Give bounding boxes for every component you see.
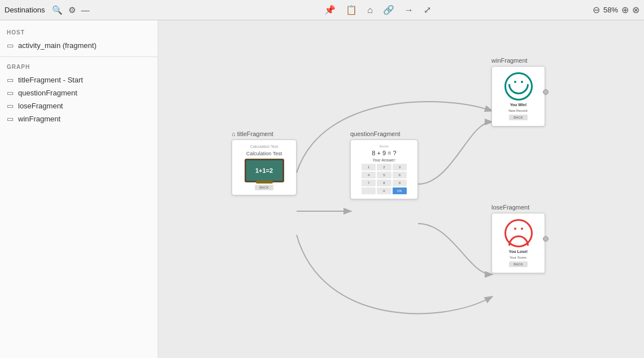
sidebar-item-questionfragment[interactable]: ▭ questionFragment xyxy=(0,86,158,99)
question-fragment-node[interactable]: Score: 8 + 9 = ? Your Answer: 1 2 3 4 5 … xyxy=(350,139,418,199)
tf-title-label: Calculation Test xyxy=(250,145,278,149)
sidebar: HOST ▭ activity_main (fragment) GRAPH ▭ … xyxy=(0,20,158,358)
qf-equation: 8 + 9 = ? xyxy=(372,150,396,156)
lf-inner: You Lose! Your Score: BACK xyxy=(492,213,545,273)
settings-icon[interactable]: ⚙ xyxy=(68,5,76,15)
zoom-reset-button[interactable]: ⊗ xyxy=(632,5,639,15)
wf-inner: You Win! New Record: BACK xyxy=(492,67,545,126)
title-bar-right: ⊖ 58% ⊕ ⊗ xyxy=(593,5,639,15)
win-fragment-dot xyxy=(543,89,545,95)
lf-your-score-text: Your Score: xyxy=(510,256,527,259)
search-icon[interactable]: 🔍 xyxy=(52,5,63,15)
qf-key-empty xyxy=(362,187,376,194)
sidebar-divider xyxy=(0,56,158,57)
qf-key-3[interactable]: 3 xyxy=(393,164,407,171)
left-eye xyxy=(514,228,516,230)
lose-fragment-wrapper: loseFragment You Lose! Your Score: BACK xyxy=(491,204,545,273)
lose-fragment-dot xyxy=(543,236,545,242)
tf-inner: Calculation Test Calculation Test 1+1=2 … xyxy=(232,140,296,195)
fragment-icon: ▭ xyxy=(7,115,14,123)
sad-eyes xyxy=(506,228,531,230)
right-eye xyxy=(521,81,523,83)
title-bar-left: Destinations 🔍 ⚙ — xyxy=(5,5,163,15)
title-bar-icons: 🔍 ⚙ — xyxy=(52,5,90,15)
qf-inner: Score: 8 + 9 = ? Your Answer: 1 2 3 4 5 … xyxy=(351,140,417,199)
minimize-icon[interactable]: — xyxy=(81,5,90,15)
wf-back-button[interactable]: BACK xyxy=(509,115,527,120)
question-fragment-label: questionFragment xyxy=(350,130,418,137)
zoom-out-button[interactable]: ⊖ xyxy=(593,5,600,15)
sidebar-item-activity-main[interactable]: ▭ activity_main (fragment) xyxy=(0,39,158,52)
sidebar-item-label: loseFragment xyxy=(18,102,63,110)
zoom-control: ⊖ 58% ⊕ ⊗ xyxy=(593,5,639,15)
sidebar-item-label: winFragment xyxy=(18,115,60,123)
sidebar-item-label: questionFragment xyxy=(18,89,77,97)
sidebar-item-label: titleFragment - Start xyxy=(18,76,83,84)
win-fragment-node[interactable]: You Win! New Record: BACK xyxy=(491,66,545,126)
sidebar-item-losefragment[interactable]: ▭ loseFragment xyxy=(0,99,158,112)
qf-key-ok[interactable]: OK xyxy=(393,187,407,194)
left-eye xyxy=(514,81,516,83)
host-section-label: HOST xyxy=(0,27,158,39)
qf-key-6[interactable]: 6 xyxy=(393,172,407,178)
expand-icon[interactable]: ⤢ xyxy=(424,5,431,15)
qf-your-answer-label: Your Answer: xyxy=(373,158,396,162)
happy-smiley-icon xyxy=(504,72,533,101)
fragment-icon: ▭ xyxy=(7,89,14,97)
title-fragment-label: ⌂ titleFragment xyxy=(232,130,297,137)
win-fragment-wrapper: winFragment You Win! New Record: BACK xyxy=(491,57,545,126)
copy-icon[interactable]: 📋 xyxy=(346,5,357,15)
tf-chalkboard: 1+1=2 xyxy=(245,159,284,182)
qf-key-2[interactable]: 2 xyxy=(377,164,391,171)
forward-icon[interactable]: → xyxy=(404,5,414,15)
tf-back-button[interactable]: BACK xyxy=(255,185,273,190)
sidebar-item-text: activity_main (fragment) xyxy=(18,41,97,50)
question-fragment-wrapper: questionFragment Score: 8 + 9 = ? Your A… xyxy=(350,130,418,199)
sad-smiley-icon xyxy=(504,219,533,247)
lf-you-lose-text: You Lose! xyxy=(509,250,528,254)
fragment-icon: ▭ xyxy=(7,76,14,84)
sidebar-item-titlefragment[interactable]: ▭ titleFragment - Start xyxy=(0,73,158,86)
home-icon-small: ⌂ xyxy=(232,130,236,137)
happy-eyes xyxy=(506,81,531,83)
pin-icon[interactable]: 📌 xyxy=(324,5,336,15)
qf-key-5[interactable]: 5 xyxy=(377,172,391,178)
title-bar: Destinations 🔍 ⚙ — 📌 📋 ⌂ 🔗 → ⤢ ⊖ 58% ⊕ ⊗ xyxy=(0,0,644,20)
qf-keypad: 1 2 3 4 5 6 7 8 9 0 OK xyxy=(362,164,407,194)
fragment-icon: ▭ xyxy=(7,41,14,50)
zoom-in-button[interactable]: ⊕ xyxy=(621,5,629,15)
qf-key-0[interactable]: 0 xyxy=(377,187,391,194)
home-icon[interactable]: ⌂ xyxy=(367,5,373,15)
qf-key-8[interactable]: 8 xyxy=(377,180,391,186)
qf-key-4[interactable]: 4 xyxy=(362,172,376,178)
zoom-level: 58% xyxy=(603,6,618,14)
graph-canvas[interactable]: ⌂ titleFragment Calculation Test Calcula… xyxy=(158,20,644,358)
app-title: Destinations xyxy=(5,6,45,14)
lose-fragment-label: loseFragment xyxy=(491,204,545,211)
lf-back-button[interactable]: BACK xyxy=(509,261,527,267)
wf-new-record-text: New Record: xyxy=(508,109,528,112)
title-fragment-node[interactable]: Calculation Test Calculation Test 1+1=2 … xyxy=(232,139,297,195)
qf-score-label: Score: xyxy=(379,145,389,148)
lose-fragment-node[interactable]: You Lose! Your Score: BACK xyxy=(491,213,545,273)
graph-section-label: GRAPH xyxy=(0,62,158,73)
right-eye xyxy=(521,228,523,230)
tf-calc-text: Calculation Test xyxy=(246,151,282,156)
qf-key-1[interactable]: 1 xyxy=(362,164,376,171)
wf-you-win-text: You Win! xyxy=(510,103,527,107)
qf-key-9[interactable]: 9 xyxy=(393,180,407,186)
title-bar-center: 📌 📋 ⌂ 🔗 → ⤢ xyxy=(163,5,593,15)
sidebar-item-winfragment[interactable]: ▭ winFragment xyxy=(0,112,158,125)
qf-key-7[interactable]: 7 xyxy=(362,180,376,186)
main-layout: HOST ▭ activity_main (fragment) GRAPH ▭ … xyxy=(0,20,644,358)
win-fragment-label: winFragment xyxy=(491,57,545,64)
link-icon[interactable]: 🔗 xyxy=(383,5,394,15)
title-fragment-wrapper: ⌂ titleFragment Calculation Test Calcula… xyxy=(232,130,297,195)
fragment-icon: ▭ xyxy=(7,102,14,110)
